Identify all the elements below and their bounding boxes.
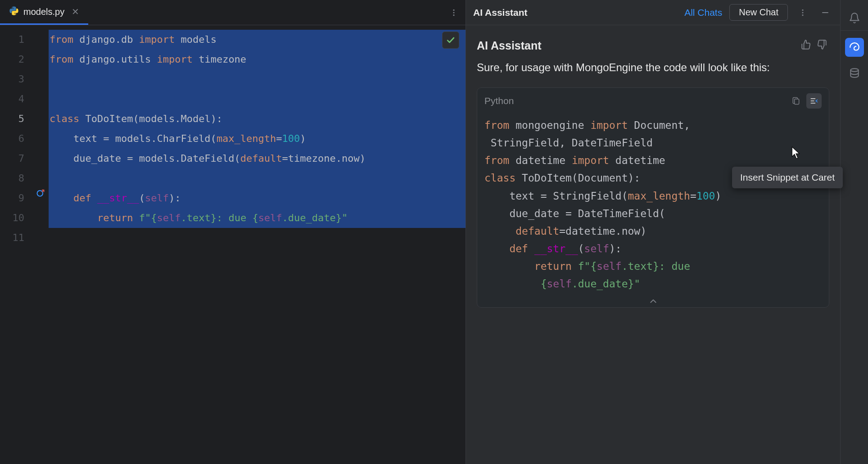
code-line[interactable] [49,69,466,89]
ai-assistant-tool-icon[interactable] [845,38,864,57]
editor-gutter-markers [36,25,49,464]
code-line[interactable]: due_date = models.DateField(default=time… [49,149,466,168]
code-line[interactable]: default=datetime.now) [484,223,822,240]
close-tab-icon[interactable]: ✕ [72,7,79,16]
code-line[interactable]: return f"{self.text}: due [484,258,822,275]
insert-snippet-icon[interactable] [806,93,822,109]
svg-point-1 [453,12,454,13]
ai-panel-options-icon[interactable] [795,5,810,20]
code-line[interactable]: class ToDoItem(models.Model): [49,109,466,129]
svg-point-6 [802,14,803,16]
gutter-line-number: 5 [0,109,36,129]
all-chats-link[interactable]: All Chats [684,7,722,18]
code-editor[interactable]: 1234567891011 from django.db import mode… [0,25,466,464]
gutter-line-number: 9 [0,188,36,208]
code-block-expand-icon[interactable] [477,296,829,307]
code-line[interactable]: def __str__(self): [49,188,466,208]
code-line[interactable]: from django.db import models [49,30,466,50]
database-tool-icon[interactable] [845,64,864,83]
ai-panel-title: AI Assistant [473,7,528,18]
file-tab-models-py[interactable]: models.py ✕ [0,0,88,25]
right-tool-rail [840,0,868,464]
tooltip-insert-snippet: Insert Snippet at Caret [732,167,843,188]
code-line[interactable] [49,89,466,109]
gutter-line-number: 8 [0,168,36,188]
gutter-line-number: 11 [0,228,36,248]
svg-point-0 [453,9,454,10]
code-line[interactable] [49,228,466,248]
svg-point-5 [802,12,803,13]
gutter-line-number: 10 [0,208,36,228]
copy-code-icon[interactable] [788,93,804,109]
code-line[interactable]: due_date = DateTimeField( [484,205,822,223]
code-line[interactable]: from mongoengine import Document, [484,117,822,134]
code-line[interactable]: text = models.CharField(max_length=100) [49,129,466,149]
notifications-icon[interactable] [845,9,864,27]
code-block-body[interactable]: from mongoengine import Document, String… [477,114,829,296]
new-chat-button[interactable]: New Chat [729,4,788,21]
ai-message-author: AI Assistant [477,39,542,52]
code-line[interactable]: from django.utils import timezone [49,50,466,69]
minimize-panel-icon[interactable] [818,5,833,20]
svg-point-12 [850,68,858,72]
gutter-line-number: 7 [0,149,36,168]
code-line[interactable]: {self.due_date}" [484,275,822,293]
code-block-header: Python [477,88,829,114]
editor-tab-bar: models.py ✕ [0,0,466,25]
inspection-ok-icon[interactable] [442,32,459,49]
gutter-line-number: 3 [0,69,36,89]
ai-assistant-panel: AI Assistant All Chats New Chat AI Assis… [466,0,840,464]
thumbs-down-icon[interactable] [814,37,829,55]
editor-column: models.py ✕ 1234567891011 from django.db… [0,0,466,464]
svg-rect-8 [795,99,799,105]
ai-message-text: Sure, for usage with MongoEngine the cod… [477,59,829,76]
gutter-line-number: 1 [0,30,36,50]
ai-panel-header: AI Assistant All Chats New Chat [466,0,840,25]
file-tab-label: models.py [23,7,64,17]
gutter-line-number: 2 [0,50,36,69]
code-line[interactable]: return f"{self.text}: due {self.due_date… [49,208,466,228]
svg-point-4 [802,9,803,10]
ai-code-block: Python from mongoengine import Document,… [477,87,829,308]
override-gutter-icon[interactable] [36,188,45,197]
editor-code-area[interactable]: from django.db import modelsfrom django.… [49,25,466,464]
ai-message-header: AI Assistant [477,37,829,55]
gutter-line-number: 6 [0,129,36,149]
gutter-line-number: 4 [0,89,36,109]
code-line[interactable]: def __str__(self): [484,240,822,258]
python-file-icon [9,6,19,18]
ai-chat-body: AI Assistant Sure, for usage with MongoE… [466,25,840,464]
code-block-language: Python [484,96,514,106]
code-line[interactable] [49,168,466,188]
editor-gutter: 1234567891011 [0,25,36,464]
code-line[interactable]: text = StringField(max_length=100) [484,187,822,205]
thumbs-up-icon[interactable] [799,37,814,55]
editor-tab-options-icon[interactable] [446,5,462,21]
code-line[interactable]: StringField, DateTimeField [484,134,822,152]
svg-point-2 [453,14,454,16]
